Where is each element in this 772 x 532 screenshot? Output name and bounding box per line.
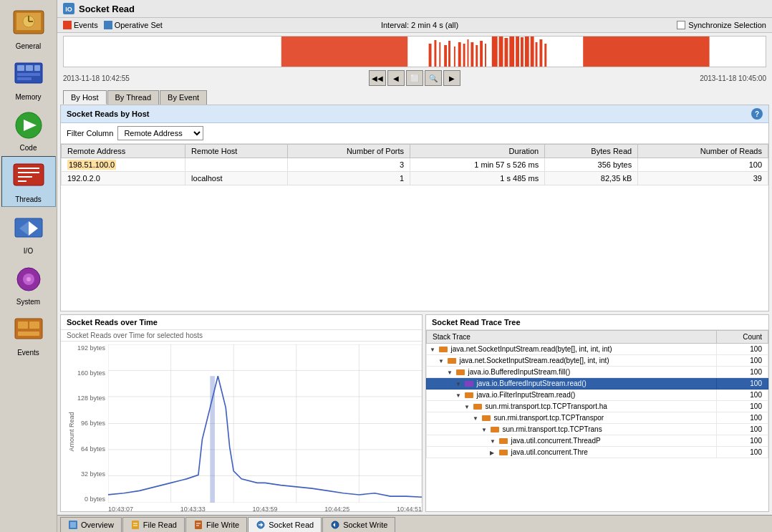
cell-ports-0: 3 xyxy=(288,158,410,172)
tree-arrow-5[interactable] xyxy=(464,402,471,410)
trace-cell-text-9: java.util.concurrent.Thre xyxy=(427,447,717,458)
svg-rect-40 xyxy=(468,39,469,67)
code-icon xyxy=(11,108,46,142)
trace-row[interactable]: sun.rmi.transport.tcp.TCPTrans 100 xyxy=(427,424,768,435)
nav-fit-button[interactable]: ⬜ xyxy=(406,70,423,86)
trace-col-count[interactable]: Count xyxy=(717,331,768,344)
bottom-tab-socket-read[interactable]: Socket Read xyxy=(248,517,322,532)
svg-rect-48 xyxy=(509,37,514,67)
bottom-split: Socket Reads over Time Socket Reads over… xyxy=(57,314,772,515)
sync-checkbox[interactable] xyxy=(677,21,685,29)
svg-rect-54 xyxy=(539,39,542,67)
operative-legend-label: Operative Set xyxy=(115,21,163,29)
tree-arrow-3[interactable] xyxy=(455,379,463,387)
trace-cell-count-0: 100 xyxy=(717,344,768,355)
x-label-0: 10:43:07 xyxy=(108,506,133,512)
events-legend-box xyxy=(63,21,72,29)
col-num-reads[interactable]: Number of Reads xyxy=(638,145,768,158)
nav-first-button[interactable]: ◀◀ xyxy=(369,70,386,86)
y-label-0: 192 bytes xyxy=(77,344,105,352)
tree-arrow-7[interactable] xyxy=(481,425,488,433)
trace-row[interactable]: java.io.FilterInputStream.read() 100 xyxy=(427,390,768,401)
stack-icon-7 xyxy=(491,427,499,432)
sidebar-item-system[interactable]: System xyxy=(1,259,56,309)
trace-title: Socket Read Trace Tree xyxy=(426,315,768,330)
sidebar-item-general[interactable]: General xyxy=(1,4,56,53)
nav-zoom-button[interactable]: 🔍 xyxy=(425,70,442,86)
col-duration[interactable]: Duration xyxy=(410,145,545,158)
tab-by-thread[interactable]: By Thread xyxy=(107,90,160,105)
time-start-label: 2013-11-18 10:42:55 xyxy=(63,74,130,82)
svg-rect-13 xyxy=(14,164,44,185)
tree-arrow-1[interactable] xyxy=(438,357,445,364)
sidebar-item-threads[interactable]: Threads xyxy=(1,156,56,207)
sidebar-item-events[interactable]: Events xyxy=(1,310,56,359)
bottom-tab-overview[interactable]: Overview xyxy=(60,517,122,532)
trace-cell-text-0: java.net.SocketInputStream.read(byte[], … xyxy=(427,344,717,355)
bottom-tab-socket-write[interactable]: Socket Write xyxy=(322,517,395,532)
bottom-tab-socket-read-label: Socket Read xyxy=(269,521,314,529)
sidebar-item-memory[interactable]: Memory xyxy=(1,54,56,104)
tree-arrow-6[interactable] xyxy=(473,414,480,422)
y-label-2: 128 bytes xyxy=(77,395,105,402)
tree-arrow-4[interactable] xyxy=(455,391,463,399)
x-label-4: 10:44:51 xyxy=(397,506,422,512)
svg-rect-42 xyxy=(476,45,478,67)
sidebar: General Memory C xyxy=(0,0,57,532)
trace-row[interactable]: java.io.BufferedInputStream.fill() 100 xyxy=(427,367,768,378)
title-bar: IO Socket Read xyxy=(57,0,772,18)
trace-row[interactable]: sun.rmi.transport.tcp.TCPTranspor 100 xyxy=(427,412,768,424)
svg-rect-9 xyxy=(17,73,40,76)
svg-rect-33 xyxy=(434,40,436,67)
tree-arrow-2[interactable] xyxy=(447,368,454,376)
nav-next-button[interactable]: ▶ xyxy=(443,70,460,86)
col-ports[interactable]: Number of Ports xyxy=(288,145,410,158)
col-remote-address[interactable]: Remote Address xyxy=(62,145,185,158)
trace-cell-count-3: 100 xyxy=(717,378,768,390)
tree-arrow-8[interactable] xyxy=(490,437,497,445)
tab-by-host[interactable]: By Host xyxy=(63,90,107,105)
svg-rect-36 xyxy=(448,41,450,67)
timeline[interactable] xyxy=(63,36,766,67)
svg-rect-26 xyxy=(29,321,39,329)
filter-column-select[interactable]: Remote Address xyxy=(117,126,203,140)
col-remote-host[interactable]: Remote Host xyxy=(185,145,288,158)
chart-svg xyxy=(108,344,422,503)
trace-cell-count-8: 100 xyxy=(717,435,768,447)
socket-read-tab-icon xyxy=(256,520,266,530)
socket-read-icon: IO xyxy=(63,3,74,14)
bottom-tab-file-read[interactable]: File Read xyxy=(122,517,185,532)
stack-icon-6 xyxy=(482,415,491,421)
tree-arrow-9[interactable] xyxy=(490,448,497,456)
trace-row[interactable]: java.net.SocketInputStream.read(byte[], … xyxy=(427,344,768,355)
table-row[interactable]: 192.0.2.0 localhost 1 1 s 485 ms 82,35 k… xyxy=(62,172,768,185)
bottom-tab-file-write[interactable]: File Write xyxy=(185,517,247,532)
trace-row[interactable]: sun.rmi.transport.tcp.TCPTransport.ha 10… xyxy=(427,401,768,412)
operative-legend-box xyxy=(104,21,112,29)
trace-cell-count-5: 100 xyxy=(717,401,768,412)
trace-cell-text-7: sun.rmi.transport.tcp.TCPTrans xyxy=(427,424,717,435)
trace-cell-text-6: sun.rmi.transport.tcp.TCPTranspor xyxy=(427,412,717,424)
trace-row[interactable]: java.net.SocketInputStream.read(byte[], … xyxy=(427,355,768,367)
panel-title: Socket Reads by Host xyxy=(67,110,150,118)
sidebar-item-io[interactable]: I/O xyxy=(1,208,56,258)
cell-bytes-0: 356 bytes xyxy=(545,158,638,172)
trace-cell-text-8: java.util.concurrent.ThreadP xyxy=(427,435,717,447)
trace-row[interactable]: java.util.concurrent.ThreadP 100 xyxy=(427,435,768,447)
trace-col-stack[interactable]: Stack Trace xyxy=(427,331,717,344)
info-button[interactable]: ? xyxy=(751,108,763,120)
tab-by-event[interactable]: By Event xyxy=(160,90,207,105)
nav-prev-button[interactable]: ◀ xyxy=(387,70,405,86)
events-legend: Events xyxy=(63,21,98,29)
table-row[interactable]: 198.51.100.0 3 1 min 57 s 526 ms 356 byt… xyxy=(62,158,768,172)
cell-duration-1: 1 s 485 ms xyxy=(410,172,545,185)
trace-row-selected[interactable]: java.io.BufferedInputStream.read() 100 xyxy=(427,378,768,390)
sidebar-item-code[interactable]: Code xyxy=(1,105,56,155)
sidebar-label-memory: Memory xyxy=(15,93,41,101)
table-wrapper: Remote Address Remote Host Number of Por… xyxy=(61,144,768,311)
tree-arrow-0[interactable] xyxy=(430,345,437,353)
events-legend-label: Events xyxy=(74,21,98,29)
trace-row[interactable]: java.util.concurrent.Thre 100 xyxy=(427,447,768,458)
file-read-tab-icon xyxy=(130,520,140,530)
col-bytes-read[interactable]: Bytes Read xyxy=(545,145,638,158)
